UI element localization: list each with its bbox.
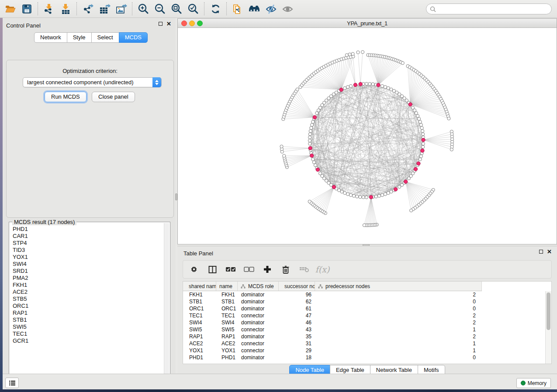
graph-hub-node[interactable] bbox=[414, 167, 417, 171]
tab-network[interactable]: Network bbox=[34, 32, 67, 43]
graph-node[interactable] bbox=[348, 53, 351, 56]
graph-node[interactable] bbox=[381, 193, 384, 196]
cell-role[interactable]: dominator bbox=[238, 354, 279, 361]
cell-predecessors[interactable]: 2 bbox=[315, 292, 482, 298]
tab-select[interactable]: Select bbox=[91, 32, 119, 43]
cell-role[interactable]: dominator bbox=[238, 299, 279, 305]
graph-node[interactable] bbox=[346, 193, 349, 196]
graph-hub-node[interactable] bbox=[422, 138, 425, 141]
criterion-dropdown[interactable]: largest connected component (undirected) bbox=[23, 77, 162, 87]
mcds-result-item[interactable]: ACE2 bbox=[10, 289, 163, 296]
graph-node[interactable] bbox=[368, 83, 371, 86]
table-row[interactable]: STB1STB1dominator620 bbox=[183, 298, 545, 305]
column-header-shared-name[interactable]: shared name bbox=[183, 282, 216, 291]
graph-node[interactable] bbox=[418, 117, 421, 120]
graph-hub-node[interactable] bbox=[332, 185, 336, 189]
clone-network-button[interactable] bbox=[229, 1, 246, 16]
cell-shared_name[interactable]: FKH1 bbox=[183, 292, 216, 298]
find-button[interactable] bbox=[246, 1, 263, 16]
column-header-MCDS-role[interactable]: MCDS role bbox=[238, 282, 279, 291]
export-table-button[interactable] bbox=[96, 1, 113, 16]
hide-graphics-button[interactable] bbox=[263, 1, 279, 16]
import-table-button[interactable] bbox=[57, 1, 74, 16]
search-input[interactable] bbox=[436, 6, 551, 12]
graph-node[interactable] bbox=[361, 51, 364, 54]
graph-hub-node[interactable] bbox=[377, 83, 380, 87]
graph-node[interactable] bbox=[374, 195, 377, 198]
graph-node[interactable] bbox=[356, 195, 359, 198]
cell-role[interactable]: connector bbox=[238, 347, 279, 354]
graph-node[interactable] bbox=[308, 200, 311, 203]
graph-node[interactable] bbox=[308, 136, 311, 139]
graph-hub-node[interactable] bbox=[308, 146, 312, 150]
graph-node[interactable] bbox=[407, 177, 410, 180]
graph-node[interactable] bbox=[377, 194, 381, 197]
cell-role[interactable]: dominator bbox=[238, 334, 279, 340]
cell-shared_name[interactable]: STB1 bbox=[183, 299, 216, 305]
float-panel-icon[interactable] bbox=[539, 250, 543, 254]
cell-shared_name[interactable]: ORC1 bbox=[183, 306, 216, 312]
graph-node[interactable] bbox=[283, 154, 286, 157]
mcds-result-item[interactable]: CAR1 bbox=[10, 233, 163, 240]
cell-name[interactable]: FKH1 bbox=[216, 292, 238, 298]
graph-node[interactable] bbox=[387, 192, 390, 195]
graph-node[interactable] bbox=[280, 145, 283, 148]
export-image-button[interactable] bbox=[113, 1, 129, 16]
cell-name[interactable]: TEC1 bbox=[216, 313, 238, 319]
graph-node[interactable] bbox=[419, 155, 422, 158]
graph-node[interactable] bbox=[345, 54, 348, 57]
cell-successors[interactable]: 46 bbox=[279, 320, 315, 326]
graph-node[interactable] bbox=[422, 133, 425, 136]
graph-node[interactable] bbox=[343, 86, 346, 89]
cell-predecessors[interactable]: 2 bbox=[315, 334, 482, 340]
deselect-all-button[interactable] bbox=[243, 264, 255, 275]
table-row[interactable]: SWI5SWI5connector431 bbox=[183, 326, 545, 333]
cell-predecessors[interactable]: 1 bbox=[315, 340, 482, 347]
table-scrollbar[interactable] bbox=[545, 291, 551, 364]
graph-node[interactable] bbox=[343, 192, 346, 195]
cell-predecessors[interactable]: 0 bbox=[315, 306, 482, 312]
cell-name[interactable]: YOX1 bbox=[216, 347, 238, 354]
graph-node[interactable] bbox=[349, 193, 352, 196]
graph-node[interactable] bbox=[390, 190, 393, 193]
cell-shared_name[interactable]: YOX1 bbox=[183, 347, 216, 354]
table-settings-button[interactable] bbox=[188, 264, 200, 275]
table-row[interactable]: RAP1RAP1dominator352 bbox=[183, 333, 545, 340]
tab-style[interactable]: Style bbox=[67, 32, 92, 43]
cell-name[interactable]: STB1 bbox=[216, 299, 238, 305]
graph-node[interactable] bbox=[365, 196, 368, 199]
zoom-in-button[interactable] bbox=[135, 1, 152, 16]
task-history-button[interactable] bbox=[5, 378, 19, 388]
show-graphics-button[interactable] bbox=[279, 1, 296, 16]
cell-predecessors[interactable]: 1 bbox=[315, 327, 482, 333]
column-header-successor-nodes[interactable]: successor nodes bbox=[279, 282, 315, 291]
graph-hub-node[interactable] bbox=[313, 116, 316, 119]
function-builder-button[interactable]: f(x) bbox=[317, 264, 328, 275]
refresh-button[interactable] bbox=[207, 1, 224, 16]
mcds-result-item[interactable]: YOX1 bbox=[10, 254, 163, 261]
graph-node[interactable] bbox=[308, 142, 311, 145]
graph-node[interactable] bbox=[419, 158, 422, 161]
cell-role[interactable]: dominator bbox=[238, 320, 279, 326]
cell-successors[interactable]: 31 bbox=[279, 340, 315, 347]
tab-mcds[interactable]: MCDS bbox=[119, 32, 148, 43]
mcds-result-item[interactable]: PMA2 bbox=[10, 275, 163, 282]
graph-node[interactable] bbox=[310, 127, 313, 130]
graph-hub-node[interactable] bbox=[310, 154, 314, 157]
cell-name[interactable]: PHD1 bbox=[216, 354, 238, 361]
cell-shared_name[interactable]: RAP1 bbox=[183, 334, 216, 340]
graph-hub-node[interactable] bbox=[359, 83, 362, 86]
cell-name[interactable]: ORC1 bbox=[216, 306, 238, 312]
graph-node[interactable] bbox=[401, 62, 404, 65]
mcds-result-item[interactable]: SRD1 bbox=[10, 268, 163, 275]
graph-node[interactable] bbox=[308, 139, 311, 142]
graph-hub-node[interactable] bbox=[417, 162, 420, 165]
graph-node[interactable] bbox=[346, 86, 349, 89]
graph-node[interactable] bbox=[371, 83, 374, 86]
graph-node[interactable] bbox=[318, 172, 322, 175]
graph-node[interactable] bbox=[349, 85, 352, 88]
graph-node[interactable] bbox=[381, 85, 384, 88]
graph-hub-node[interactable] bbox=[394, 188, 397, 191]
cell-role[interactable]: connector bbox=[238, 340, 279, 347]
column-header-name[interactable]: name bbox=[216, 282, 238, 291]
